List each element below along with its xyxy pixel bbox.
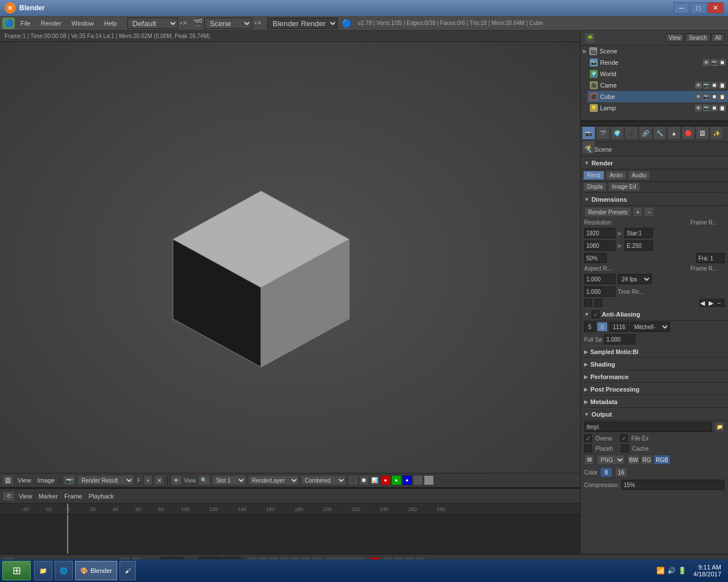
timeline-marker-menu[interactable]: Marker	[36, 490, 60, 502]
taskbar-paint[interactable]: 🖌	[119, 561, 136, 580]
minimize-button[interactable]: ─	[673, 2, 689, 14]
render-image-ed-tab[interactable]: Image Ed	[608, 182, 640, 192]
color-btn6[interactable]: ●	[402, 475, 412, 485]
bw-btn[interactable]: BW	[627, 455, 640, 465]
render-anim-tab[interactable]: Anim	[606, 171, 627, 180]
rg-btn[interactable]: RG	[640, 455, 653, 465]
modifiers-props-icon[interactable]: 🔧	[653, 126, 667, 140]
metadata-section[interactable]: ▶ Metadata	[581, 396, 728, 408]
render-rend-tab[interactable]: Rend	[583, 171, 605, 180]
color-btn4[interactable]: ●	[380, 475, 391, 485]
cam-icon[interactable]: 📷	[711, 59, 718, 66]
cube-extra-icon[interactable]: 🔲	[711, 93, 718, 100]
outliner-search-tab[interactable]: Search	[685, 34, 710, 42]
placeholder-cb[interactable]	[584, 444, 592, 452]
frame-display[interactable]: Fra: 1	[696, 253, 725, 263]
height-input[interactable]	[584, 240, 615, 251]
render-display-tab[interactable]: Displa	[583, 182, 607, 192]
compression-value[interactable]: 15%	[622, 480, 725, 490]
outliner-all-tab[interactable]: All	[712, 34, 725, 42]
color-btn5[interactable]: ●	[391, 475, 402, 485]
render-result-select[interactable]: Render Result	[77, 475, 134, 485]
taskbar-explorer[interactable]: 📁	[34, 561, 52, 580]
browse-btn[interactable]: 📁	[714, 422, 725, 432]
aspect-x-input[interactable]	[584, 274, 615, 284]
aa-val3[interactable]: 1116	[609, 322, 629, 332]
add-slot-btn[interactable]: +	[143, 475, 152, 485]
close-button[interactable]: ✕	[708, 2, 723, 14]
render-layer-select[interactable]: RenderLayer	[248, 475, 299, 485]
cam-render-icon[interactable]: 📷	[703, 82, 710, 89]
outliner-item-render[interactable]: 📷 Rende 👁 📷 🔲	[588, 57, 728, 68]
timeline-playback-menu[interactable]: Playback	[86, 490, 117, 502]
color-btn7[interactable]	[413, 475, 423, 485]
start-button[interactable]: ⊞	[2, 561, 31, 580]
frame-nav1[interactable]: ◀	[700, 299, 708, 307]
aa-val2[interactable]: 8	[597, 322, 608, 332]
3d-viewport[interactable]	[0, 42, 580, 488]
full-sa-input[interactable]	[604, 334, 635, 344]
end-input[interactable]	[624, 240, 653, 251]
layout-dropdown[interactable]: Default	[127, 18, 178, 29]
aa-checkbox[interactable]: ✓	[592, 310, 599, 318]
outliner-item-cube[interactable]: ⬛ Cube 👁 📷 🔲 📋	[588, 91, 728, 102]
render-view-menu[interactable]: View	[15, 475, 34, 486]
render-image-menu[interactable]: Image	[35, 475, 57, 486]
maximize-button[interactable]: □	[690, 2, 706, 14]
time-check1[interactable]	[584, 299, 592, 307]
lamp-render-icon[interactable]: 📷	[703, 105, 710, 111]
aa-val1[interactable]: 5	[584, 322, 595, 332]
world-props-icon[interactable]: 🌍	[610, 126, 624, 140]
combined-select[interactable]: Combined	[301, 475, 346, 485]
width-input[interactable]	[584, 228, 615, 238]
start-input[interactable]	[624, 228, 653, 238]
render-section-header[interactable]: ▼ Render ···	[581, 157, 728, 169]
render-audio-tab[interactable]: Audio	[628, 171, 651, 180]
view-type-icon2[interactable]: 👁	[171, 475, 182, 485]
color-16-btn[interactable]: 16	[615, 467, 627, 477]
render-props-icon[interactable]: 📷	[582, 126, 595, 140]
timeline-content[interactable]	[0, 515, 580, 555]
presets-add-btn[interactable]: +	[632, 207, 643, 217]
lamp-eye-icon[interactable]: 👁	[695, 105, 702, 111]
cam-extra2-icon[interactable]: 📋	[719, 82, 726, 89]
taskbar-chrome[interactable]: 🌐	[55, 561, 73, 580]
shading-section[interactable]: ▶ Shading	[581, 358, 728, 371]
frame-nav3[interactable]: −	[717, 299, 725, 307]
particle-props-icon[interactable]: ✨	[710, 126, 723, 140]
material-props-icon[interactable]: 🔴	[681, 126, 695, 140]
data-props-icon[interactable]: ▲	[667, 126, 681, 140]
eye-icon[interactable]: 👁	[703, 59, 710, 66]
output-path-input[interactable]	[584, 422, 712, 432]
constraints-props-icon[interactable]: 🔗	[639, 126, 652, 140]
render-type-btn[interactable]: 📷	[63, 475, 76, 485]
scene-props-icon[interactable]: 🎬	[596, 126, 610, 140]
taskbar-blender[interactable]: 🎨 Blender	[75, 561, 117, 580]
menu-file[interactable]: File	[16, 18, 35, 29]
output-section-header[interactable]: ▼ Output	[581, 408, 728, 421]
color-btn2[interactable]: 🔲	[359, 475, 369, 485]
color-btn3[interactable]: 📊	[370, 475, 380, 485]
cube-eye-icon[interactable]: 👁	[695, 93, 702, 100]
render-vis-icon[interactable]: 🔲	[719, 59, 726, 66]
outliner-item-world[interactable]: 🌍 World	[588, 68, 728, 80]
timeline-frame-menu[interactable]: Frame	[62, 490, 85, 502]
color-btn1[interactable]: ⬛	[348, 475, 358, 485]
outliner-view-tab[interactable]: View	[665, 34, 685, 42]
file-ex-cb[interactable]: ✓	[620, 434, 628, 442]
time-check2[interactable]	[594, 299, 602, 307]
color-8-btn[interactable]: 8	[600, 467, 613, 477]
zoom-icon[interactable]: 🔍	[198, 475, 210, 485]
scene-dropdown[interactable]: Scene	[204, 18, 252, 29]
outliner-item-lamp[interactable]: 💡 Lamp 👁 📷 🔲 📋	[588, 102, 728, 114]
object-props-icon[interactable]: ⬛	[624, 126, 638, 140]
lamp-extra2-icon[interactable]: 📋	[719, 105, 726, 111]
slot-select[interactable]: Slot 1	[212, 475, 246, 485]
rgb-btn[interactable]: RGB	[653, 455, 671, 465]
cam-extra-icon[interactable]: 🔲	[711, 82, 718, 89]
menu-window[interactable]: Window	[67, 18, 98, 29]
menu-help[interactable]: Help	[100, 18, 122, 29]
outliner-item-scene[interactable]: ▶ 🎬 Scene	[581, 45, 728, 57]
lamp-extra-icon[interactable]: 🔲	[711, 105, 718, 111]
presets-remove-btn[interactable]: −	[644, 207, 654, 217]
